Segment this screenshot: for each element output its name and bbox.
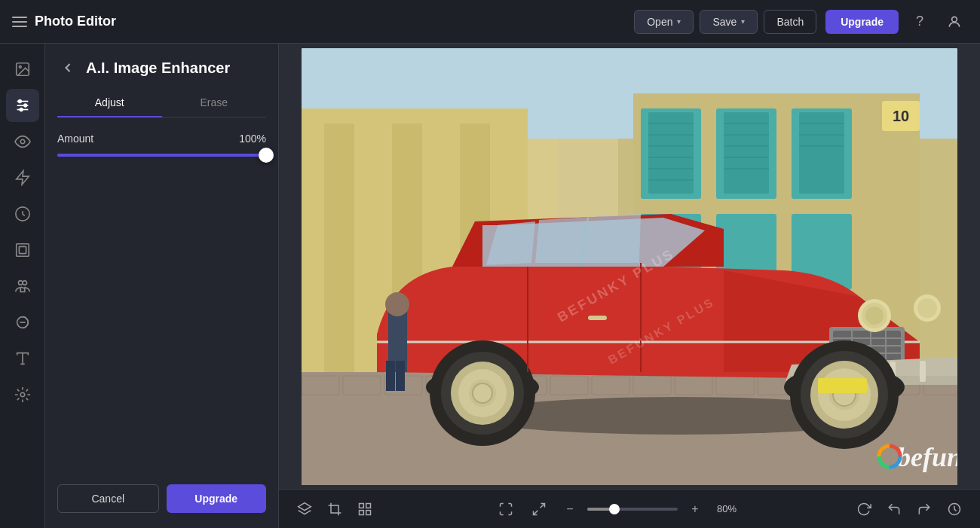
svg-point-109: [385, 292, 409, 316]
topbar-right: Upgrade ?: [825, 8, 968, 35]
sidebar-item-frames[interactable]: [6, 233, 39, 267]
svg-rect-12: [19, 246, 26, 253]
tab-adjust[interactable]: Adjust: [57, 89, 162, 118]
svg-rect-120: [366, 510, 371, 514]
svg-rect-106: [588, 316, 607, 320]
topbar-center: Open ▾ Save ▾ Batch: [634, 10, 816, 34]
svg-marker-116: [299, 502, 311, 510]
sidebar-item-photos[interactable]: [6, 53, 39, 86]
svg-rect-25: [324, 124, 354, 387]
svg-rect-111: [396, 361, 405, 391]
svg-rect-117: [360, 503, 364, 508]
save-button[interactable]: Save ▾: [700, 10, 758, 34]
svg-rect-119: [360, 510, 364, 514]
zoom-slider[interactable]: [587, 508, 678, 511]
grid-icon[interactable]: [351, 496, 378, 523]
sidebar-item-touchup[interactable]: [6, 197, 39, 230]
crop-icon[interactable]: [321, 496, 348, 523]
sidebar-item-adjustments[interactable]: [6, 89, 39, 122]
layers-icon[interactable]: [291, 496, 318, 523]
svg-point-9: [20, 139, 25, 144]
svg-point-105: [473, 383, 492, 403]
svg-rect-91: [920, 361, 926, 382]
main-area: A.I. Image Enhancer Adjust Erase Amount …: [0, 44, 980, 528]
svg-text:10: 10: [893, 108, 909, 124]
svg-point-7: [23, 104, 26, 107]
svg-point-0: [952, 17, 957, 22]
slider-thumb[interactable]: [259, 148, 274, 163]
svg-marker-10: [16, 171, 29, 185]
svg-rect-107: [818, 378, 867, 393]
svg-point-84: [865, 307, 884, 325]
svg-point-2: [19, 66, 21, 68]
sidebar-item-graphics[interactable]: [6, 378, 39, 411]
svg-rect-38: [724, 112, 769, 194]
history-icon[interactable]: [941, 496, 968, 523]
refresh-icon[interactable]: [850, 496, 877, 523]
panel-tabs: Adjust Erase: [57, 89, 266, 118]
sidebar-item-effects[interactable]: [6, 161, 39, 194]
sidebar-item-view[interactable]: [6, 125, 39, 158]
batch-button[interactable]: Batch: [764, 10, 816, 34]
sidebar-item-people[interactable]: [6, 270, 39, 303]
canvas-viewport: 10: [279, 44, 980, 489]
svg-point-18: [20, 392, 25, 397]
zoom-out-button[interactable]: −: [559, 498, 581, 520]
ai-enhancer-panel: A.I. Image Enhancer Adjust Erase Amount …: [45, 44, 279, 528]
sidebar-item-text[interactable]: [6, 342, 39, 375]
zoom-controls: − + 80%: [492, 496, 737, 523]
back-button[interactable]: [57, 57, 78, 78]
svg-rect-118: [366, 503, 371, 508]
bottom-left-tools: [291, 496, 378, 523]
left-sidebar: [0, 44, 45, 528]
undo-icon[interactable]: [880, 496, 908, 523]
zoom-slider-thumb[interactable]: [609, 504, 620, 514]
zoom-in-button[interactable]: +: [684, 498, 706, 520]
panel-actions: Cancel Upgrade: [45, 484, 278, 528]
hamburger-icon[interactable]: [12, 17, 27, 27]
upgrade-button[interactable]: Upgrade: [825, 10, 899, 34]
svg-point-13: [18, 281, 23, 285]
zoom-value: 80%: [717, 503, 737, 514]
topbar: Photo Editor Open ▾ Save ▾ Batch Upgrade…: [0, 0, 980, 44]
redo-icon[interactable]: [911, 496, 938, 523]
amount-slider[interactable]: [57, 154, 266, 157]
svg-rect-110: [386, 361, 395, 391]
svg-text:befunky: befunky: [897, 442, 957, 472]
slider-fill: [57, 154, 266, 157]
tab-erase[interactable]: Erase: [162, 89, 267, 118]
svg-rect-45: [799, 112, 844, 194]
sidebar-item-overlays[interactable]: [6, 306, 39, 339]
svg-point-14: [23, 281, 27, 285]
canvas-image: 10: [302, 48, 957, 485]
app-title: Photo Editor: [35, 14, 116, 29]
amount-value: 100%: [239, 133, 266, 145]
bottom-bar: − + 80%: [279, 489, 980, 528]
svg-point-8: [20, 108, 23, 111]
chevron-down-icon: ▾: [741, 17, 745, 26]
panel-header: A.I. Image Enhancer: [45, 44, 278, 89]
panel-content: Amount 100%: [45, 118, 278, 484]
help-button[interactable]: ?: [906, 8, 933, 35]
zoom-fit-icon[interactable]: [525, 496, 553, 523]
chevron-down-icon: ▾: [677, 17, 681, 26]
fit-screen-icon[interactable]: [492, 496, 519, 523]
amount-row: Amount 100%: [57, 133, 266, 145]
cancel-button[interactable]: Cancel: [57, 484, 159, 513]
svg-point-86: [917, 298, 937, 318]
bottom-right-tools: [850, 496, 968, 523]
svg-rect-30: [648, 112, 694, 194]
panel-title: A.I. Image Enhancer: [86, 60, 230, 77]
canvas-area: 10: [279, 44, 980, 528]
upgrade-panel-button[interactable]: Upgrade: [167, 484, 267, 513]
amount-label: Amount: [57, 133, 93, 145]
open-button[interactable]: Open ▾: [634, 10, 694, 34]
svg-rect-11: [16, 244, 29, 257]
svg-point-6: [18, 100, 21, 103]
user-button[interactable]: [941, 8, 968, 35]
topbar-left: Photo Editor: [12, 14, 625, 29]
